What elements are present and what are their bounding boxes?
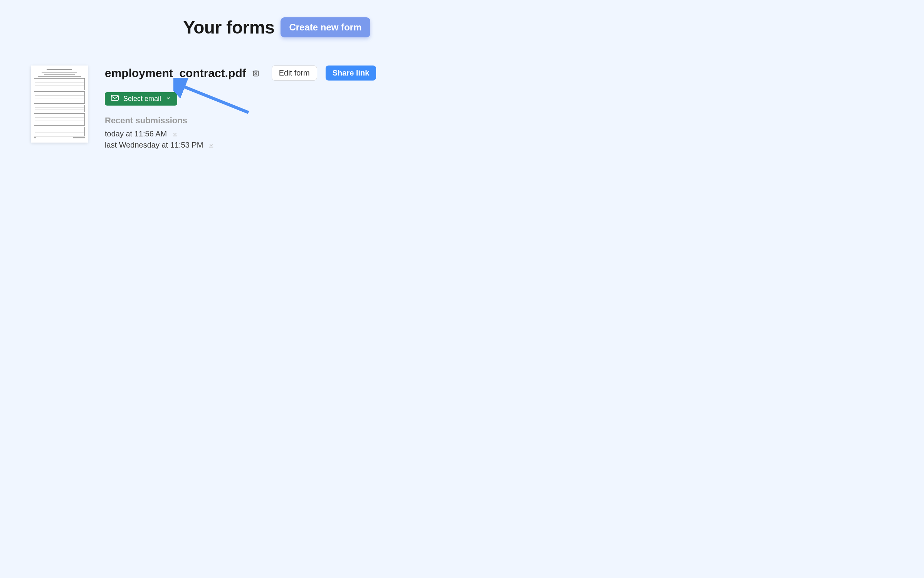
submission-timestamp: today at 11:56 AM xyxy=(105,129,167,138)
form-header-row: employment_contract.pdf Edit form Share … xyxy=(105,66,522,81)
svg-rect-2 xyxy=(173,135,177,136)
form-thumbnail[interactable] xyxy=(31,66,88,143)
select-email-label: Select email xyxy=(123,95,161,103)
edit-form-button[interactable]: Edit form xyxy=(272,66,317,81)
share-link-button[interactable]: Share link xyxy=(326,66,376,81)
form-filename: employment_contract.pdf xyxy=(105,67,246,80)
page-header: Your forms Create new form xyxy=(31,17,522,38)
envelope-icon xyxy=(111,95,119,103)
recent-submissions-heading: Recent submissions xyxy=(105,116,522,126)
form-card: employment_contract.pdf Edit form Share … xyxy=(31,66,522,152)
submission-row: last Wednesday at 11:53 PM xyxy=(105,141,522,150)
download-icon[interactable] xyxy=(208,142,215,149)
select-email-dropdown[interactable]: Select email xyxy=(105,92,177,106)
svg-rect-3 xyxy=(209,146,213,147)
page-title: Your forms xyxy=(183,17,274,38)
download-icon[interactable] xyxy=(171,131,178,138)
page-container: Your forms Create new form employment_co… xyxy=(0,0,553,169)
form-details: employment_contract.pdf Edit form Share … xyxy=(105,66,522,152)
delete-icon[interactable] xyxy=(252,69,260,77)
submission-row: today at 11:56 AM xyxy=(105,129,522,138)
svg-rect-1 xyxy=(111,95,118,100)
submission-timestamp: last Wednesday at 11:53 PM xyxy=(105,141,203,150)
chevron-down-icon xyxy=(166,95,171,103)
create-new-form-button[interactable]: Create new form xyxy=(281,17,370,37)
